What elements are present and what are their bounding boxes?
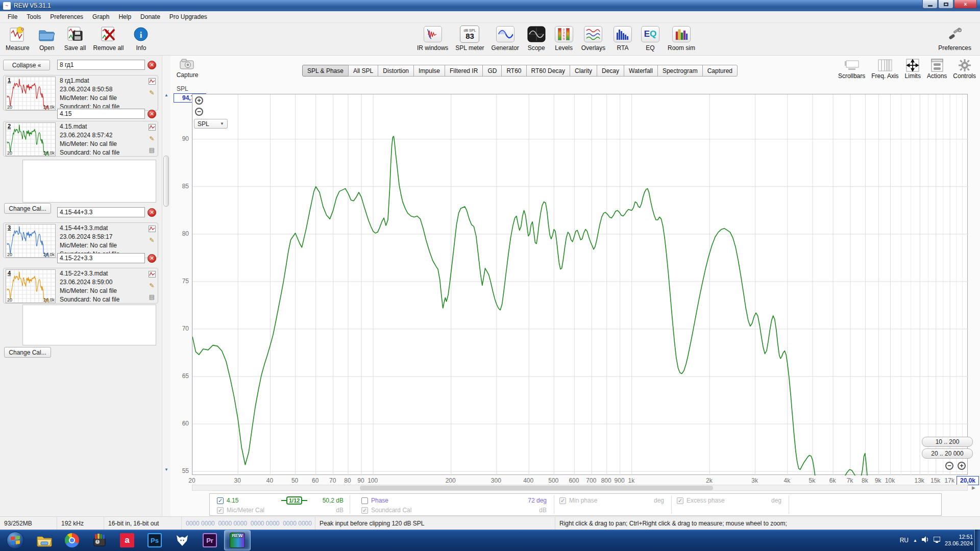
menu-help[interactable]: Help bbox=[114, 12, 136, 22]
edit-pencil-icon[interactable]: ✎ bbox=[148, 236, 156, 244]
capture-button[interactable]: Capture bbox=[174, 59, 201, 79]
range-20-20000-button[interactable]: 20 .. 20 000 bbox=[922, 448, 973, 459]
trace-graph-icon[interactable] bbox=[148, 123, 156, 131]
measurements-scrollbar[interactable]: ▲ ▼ bbox=[162, 56, 170, 516]
trace-visibility-toggle[interactable]: ✓4.15 bbox=[217, 496, 238, 505]
limits-button[interactable]: Limits bbox=[905, 59, 921, 80]
toolbar-measure-button[interactable]: Measure bbox=[6, 25, 30, 52]
tab-rt60[interactable]: RT60 bbox=[501, 65, 526, 77]
notes-icon[interactable]: ▤ bbox=[148, 293, 156, 300]
checkbox-icon[interactable] bbox=[361, 497, 368, 504]
toolbar-scope-button[interactable]: Scope bbox=[526, 25, 547, 52]
zoom-in-x-icon[interactable]: + bbox=[958, 462, 966, 470]
menu-graph[interactable]: Graph bbox=[88, 12, 114, 22]
trace-graph-icon[interactable] bbox=[148, 78, 156, 85]
measurement-name-input[interactable] bbox=[57, 60, 145, 70]
close-button[interactable]: × bbox=[954, 0, 977, 9]
mic-meter-cal-toggle[interactable]: ✓Mic/Meter Cal bbox=[217, 506, 264, 515]
tab-spl-phase[interactable]: SPL & Phase bbox=[302, 65, 349, 77]
trace-graph-icon[interactable] bbox=[148, 270, 156, 278]
menu-donate[interactable]: Donate bbox=[136, 12, 165, 22]
toolbar-generator-button[interactable]: Generator bbox=[492, 25, 519, 52]
taskbar-explorer-app[interactable] bbox=[31, 530, 58, 550]
tab-clarity[interactable]: Clarity bbox=[570, 65, 597, 77]
scroll-right-icon[interactable]: ▶ bbox=[972, 485, 975, 490]
scrollbar-thumb[interactable] bbox=[163, 156, 169, 207]
delete-measurement-icon[interactable]: ✕ bbox=[148, 254, 156, 263]
controls-button[interactable]: Controls bbox=[953, 59, 976, 80]
excess-phase-toggle[interactable]: ✓Excess phase bbox=[677, 496, 725, 505]
edit-pencil-icon[interactable]: ✎ bbox=[148, 282, 156, 289]
taskbar-start-button[interactable] bbox=[1, 530, 30, 550]
menu-preferences[interactable]: Preferences bbox=[45, 12, 88, 22]
tab-gd[interactable]: GD bbox=[482, 65, 502, 77]
tab-all-spl[interactable]: All SPL bbox=[348, 65, 378, 77]
tab-captured[interactable]: Captured bbox=[702, 65, 738, 77]
measurement-name-input[interactable] bbox=[57, 253, 145, 263]
tab-filtered-ir[interactable]: Filtered IR bbox=[445, 65, 483, 77]
trace-graph-icon[interactable] bbox=[148, 225, 156, 233]
min-phase-toggle[interactable]: ✓Min phase bbox=[559, 496, 597, 505]
freq-axis-button[interactable]: Freq. Axis bbox=[871, 59, 898, 80]
spl-plot[interactable] bbox=[192, 94, 968, 475]
scroll-up-icon[interactable]: ▲ bbox=[163, 92, 169, 98]
collapse-panel-button[interactable]: Collapse « bbox=[3, 60, 50, 70]
action-center-icon[interactable] bbox=[934, 537, 940, 544]
tray-expand-icon[interactable]: ▲ bbox=[913, 538, 917, 543]
measurement-item-2[interactable]: 22020,0k4.15.mdat23.06.2024 8:57:42Mic/M… bbox=[3, 121, 158, 157]
toolbar-info-button[interactable]: iInfo bbox=[131, 25, 151, 52]
graph-h-scrollbar[interactable]: ▶ bbox=[192, 485, 968, 491]
minimize-button[interactable] bbox=[922, 0, 938, 9]
taskbar-premiere-app[interactable]: Pr bbox=[197, 530, 223, 550]
zoom-out-y-icon[interactable]: − bbox=[195, 108, 203, 116]
title-bar[interactable]: ~ REW V5.31.1 × bbox=[0, 0, 980, 11]
checkbox-icon[interactable]: ✓ bbox=[559, 497, 566, 504]
toolbar-eq-button[interactable]: EQEQ bbox=[640, 25, 660, 52]
tab-decay[interactable]: Decay bbox=[597, 65, 624, 77]
toolbar-ir-windows-button[interactable]: IR windows bbox=[417, 25, 448, 52]
delete-measurement-icon[interactable]: ✕ bbox=[148, 110, 156, 118]
checkbox-icon[interactable]: ✓ bbox=[361, 507, 368, 514]
show-desktop-button[interactable] bbox=[974, 530, 980, 551]
measurement-notes-area[interactable] bbox=[22, 160, 156, 203]
toolbar-remove-all-button[interactable]: Remove all bbox=[93, 25, 124, 52]
edit-pencil-icon[interactable]: ✎ bbox=[148, 135, 156, 142]
taskbar-amd-app[interactable]: a bbox=[114, 530, 140, 550]
range-10-200-button[interactable]: 10 .. 200 bbox=[922, 437, 973, 447]
checkbox-icon[interactable]: ✓ bbox=[217, 507, 224, 514]
actions-button[interactable]: Actions bbox=[927, 59, 947, 80]
scroll-down-icon[interactable]: ▼ bbox=[163, 467, 169, 473]
checkbox-icon[interactable]: ✓ bbox=[217, 497, 224, 504]
taskbar-archiver-app[interactable] bbox=[86, 530, 113, 550]
menu-file[interactable]: File bbox=[3, 12, 22, 22]
measurement-name-input[interactable] bbox=[57, 109, 145, 119]
toolbar-save-all-button[interactable]: Save all bbox=[64, 25, 86, 52]
edit-pencil-icon[interactable]: ✎ bbox=[148, 89, 156, 96]
toolbar-preferences-button[interactable]: Preferences bbox=[938, 25, 971, 52]
soundcard-cal-toggle[interactable]: ✓Soundcard Cal bbox=[361, 506, 411, 515]
toolbar-levels-button[interactable]: 0369Levels bbox=[554, 25, 574, 52]
toolbar-open-button[interactable]: Open bbox=[37, 25, 57, 52]
menu-pro-upgrades[interactable]: Pro Upgrades bbox=[165, 12, 212, 22]
volume-icon[interactable] bbox=[922, 536, 929, 544]
h-scrollbar-thumb[interactable] bbox=[360, 486, 713, 490]
measurement-item-4[interactable]: 42020,0k4.15-22+3.3.mdat23.06.2024 8:59:… bbox=[3, 268, 158, 304]
change-cal-button[interactable]: Change Cal... bbox=[4, 347, 51, 358]
measurement-name-input[interactable] bbox=[57, 207, 145, 217]
delete-measurement-icon[interactable]: ✕ bbox=[148, 61, 156, 69]
taskbar-foobar-app[interactable] bbox=[169, 530, 195, 550]
phase-visibility-toggle[interactable]: Phase bbox=[361, 496, 388, 505]
toolbar-overlays-button[interactable]: Overlays bbox=[581, 25, 605, 52]
scrollbars-button[interactable]: Scrollbars bbox=[838, 59, 865, 80]
trace-type-dropdown[interactable]: SPL ▼ bbox=[194, 119, 228, 129]
zoom-in-y-icon[interactable]: + bbox=[195, 96, 203, 105]
taskbar-photoshop-app[interactable]: Ps bbox=[141, 530, 168, 550]
smoothing-badge[interactable]: 1/12 bbox=[281, 496, 307, 505]
toolbar-room-sim-button[interactable]: Room sim bbox=[668, 25, 695, 52]
tab-distortion[interactable]: Distortion bbox=[378, 65, 414, 77]
language-indicator[interactable]: RU bbox=[900, 537, 909, 544]
toolbar-rta-button[interactable]: RTA bbox=[612, 25, 633, 52]
tab-waterfall[interactable]: Waterfall bbox=[624, 65, 658, 77]
delete-measurement-icon[interactable]: ✕ bbox=[148, 208, 156, 217]
zoom-out-x-icon[interactable]: − bbox=[945, 462, 953, 470]
